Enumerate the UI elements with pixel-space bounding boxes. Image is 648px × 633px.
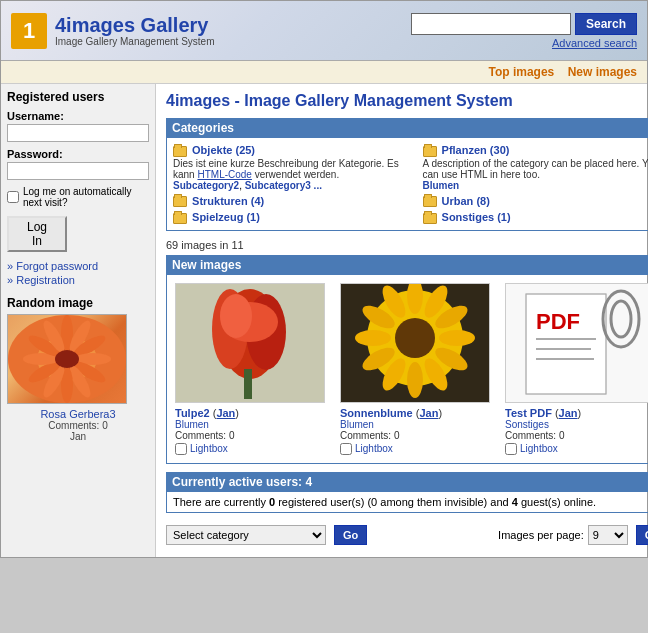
category-select[interactable]: Select category — [166, 525, 326, 545]
folder-icon — [423, 196, 437, 207]
image-category-tulpe[interactable]: Blumen — [175, 419, 209, 430]
active-users-text: There are currently — [173, 496, 269, 508]
random-image-comments: Comments: 0 — [7, 420, 149, 431]
random-image-name[interactable]: Rosa Gerbera3 — [7, 408, 149, 420]
image-category-sonne[interactable]: Blumen — [340, 419, 374, 430]
lightbox-row: Lightbox — [505, 443, 558, 455]
author-link[interactable]: Jan — [216, 407, 235, 419]
image-item: Tulpe2 (Jan) Blumen Comments: 0 Lightbox — [175, 283, 330, 455]
image-item: PDF Test PDF — [505, 283, 648, 455]
category-link-spielzeug[interactable]: Spielzeug (1) — [192, 211, 260, 223]
image-link-sonne[interactable]: Sonnenblume — [340, 407, 413, 419]
main-content: 4images - Image Gallery Management Syste… — [156, 84, 648, 557]
category-link-objekte[interactable]: Objekte (25) — [192, 144, 255, 156]
sidebar: Registered users Username: Password: Log… — [1, 84, 156, 557]
image-thumb-tulpe[interactable] — [175, 283, 325, 403]
password-label: Password: — [7, 148, 149, 160]
go-button-2[interactable]: Go — [636, 525, 648, 545]
logo-icon: 1 — [11, 13, 47, 49]
username-label: Username: — [7, 110, 149, 122]
category-link-sonstiges[interactable]: Sonstiges (1) — [442, 211, 511, 223]
category-desc-objekte: Dies ist eine kurze Beschreibung der Kat… — [173, 158, 413, 180]
per-page-area: Images per page: 9 Go — [498, 525, 648, 545]
category-item: Sonstiges (1) — [423, 211, 649, 224]
random-image-thumb[interactable] — [7, 314, 127, 404]
image-title-pdf: Test PDF (Jan) — [505, 407, 581, 419]
image-comments-tulpe: Comments: 0 — [175, 430, 234, 441]
nav-new-images[interactable]: New images — [568, 65, 637, 79]
image-comments-pdf: Comments: 0 — [505, 430, 564, 441]
image-thumb-pdf[interactable]: PDF — [505, 283, 648, 403]
new-images-header: New images — [166, 255, 648, 275]
logo-subtitle: Image Gallery Management System — [55, 36, 215, 47]
guest-count: 4 — [512, 496, 518, 508]
subcategory3-link[interactable]: Subcategory3 ... — [245, 180, 322, 191]
lightbox-checkbox[interactable] — [505, 443, 517, 455]
nav-bar: Top images New images — [1, 61, 647, 84]
registered-users-title: Registered users — [7, 90, 149, 104]
image-comments-sonne: Comments: 0 — [340, 430, 399, 441]
image-title-sonne: Sonnenblume (Jan) — [340, 407, 442, 419]
svg-point-34 — [355, 330, 391, 346]
image-link-tulpe[interactable]: Tulpe2 — [175, 407, 210, 419]
logo-area: 1 4images Gallery Image Gallery Manageme… — [11, 13, 215, 49]
author-link[interactable]: Jan — [559, 407, 578, 419]
lightbox-row: Lightbox — [340, 443, 393, 455]
subcategory2-link[interactable]: Subcategory2 — [173, 180, 239, 191]
lightbox-label[interactable]: Lightbox — [355, 443, 393, 454]
login-button[interactable]: Log In — [7, 216, 67, 252]
svg-rect-20 — [244, 369, 252, 399]
logo-text: 4images Gallery Image Gallery Management… — [55, 14, 215, 47]
active-users-end: guest(s) online. — [521, 496, 596, 508]
autologin-label: Log me on automatically next visit? — [23, 186, 149, 208]
html-code-link[interactable]: HTML-Code — [197, 169, 251, 180]
username-input[interactable] — [7, 124, 149, 142]
images-count: 69 images in 11 — [166, 239, 648, 251]
category-link-strukturen[interactable]: Strukturen (4) — [192, 195, 264, 207]
lightbox-label[interactable]: Lightbox — [190, 443, 228, 454]
logo-title: 4images Gallery — [55, 14, 215, 36]
image-thumb-sonne[interactable] — [340, 283, 490, 403]
svg-text:PDF: PDF — [536, 309, 580, 334]
lightbox-checkbox[interactable] — [340, 443, 352, 455]
autologin-checkbox[interactable] — [7, 191, 19, 203]
svg-point-31 — [407, 362, 423, 398]
random-image-author: Jan — [7, 431, 149, 442]
search-button[interactable]: Search — [575, 13, 637, 35]
blumen-link[interactable]: Blumen — [423, 180, 460, 191]
categories-header: Categories — [166, 118, 648, 138]
sidebar-links: Forgot password Registration — [7, 260, 149, 286]
lightbox-row: Lightbox — [175, 443, 228, 455]
author-link[interactable]: Jan — [419, 407, 438, 419]
svg-point-28 — [439, 330, 475, 346]
svg-point-22 — [220, 294, 252, 338]
random-image-title: Random image — [7, 296, 149, 310]
active-users-body: There are currently 0 registered user(s)… — [166, 492, 648, 513]
go-button[interactable]: Go — [334, 525, 367, 545]
category-item: Strukturen (4) — [173, 195, 413, 208]
advanced-search-link[interactable]: Advanced search — [552, 37, 637, 49]
category-item: Pflanzen (30) A description of the categ… — [423, 144, 649, 191]
folder-icon — [173, 146, 187, 157]
random-image-section: Random image — [7, 296, 149, 442]
svg-point-15 — [55, 350, 79, 368]
folder-icon — [423, 146, 437, 157]
image-link-pdf[interactable]: Test PDF — [505, 407, 552, 419]
image-category-pdf[interactable]: Sonstiges — [505, 419, 549, 430]
search-input[interactable] — [411, 13, 571, 35]
search-area: Search Advanced search — [411, 13, 637, 49]
per-page-select[interactable]: 9 — [588, 525, 628, 545]
image-title-tulpe: Tulpe2 (Jan) — [175, 407, 239, 419]
password-input[interactable] — [7, 162, 149, 180]
footer-nav: Select category Go Images per page: 9 Go — [166, 521, 648, 549]
lightbox-label[interactable]: Lightbox — [520, 443, 558, 454]
category-link-pflanzen[interactable]: Pflanzen (30) — [442, 144, 510, 156]
lightbox-checkbox[interactable] — [175, 443, 187, 455]
forgot-password-link[interactable]: Forgot password — [7, 260, 149, 272]
per-page-label: Images per page: — [498, 529, 584, 541]
folder-icon — [423, 213, 437, 224]
nav-top-images[interactable]: Top images — [488, 65, 554, 79]
registration-link[interactable]: Registration — [7, 274, 149, 286]
category-link-urban[interactable]: Urban (8) — [442, 195, 490, 207]
page-title: 4images - Image Gallery Management Syste… — [166, 92, 648, 110]
